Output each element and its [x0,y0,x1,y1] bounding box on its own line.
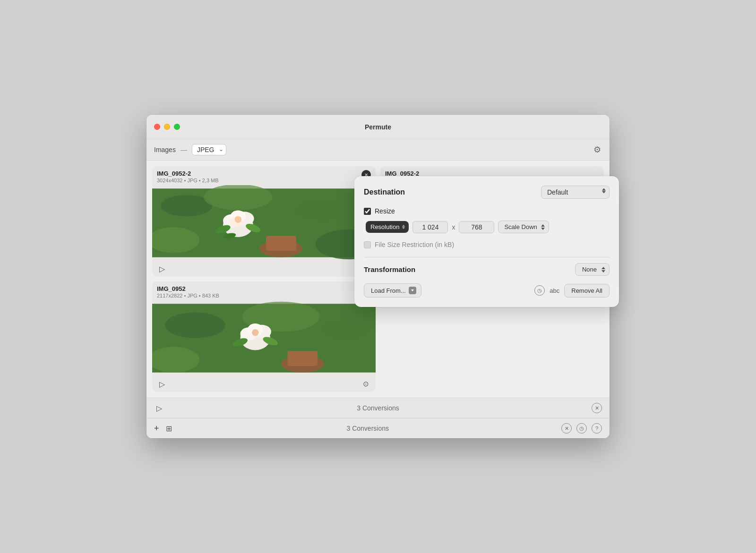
load-from-label: Load From... [371,287,406,294]
transformation-stepper-up[interactable] [601,267,605,269]
transformation-label: Transformation [364,265,415,273]
middle-conversions-label: 3 Conversions [357,404,399,412]
card-1-meta: 3024x4032 • JPG • 2,3 MB [157,178,219,183]
card-3-footer: ⊙ [152,376,376,392]
abc-label: abc [550,287,559,294]
footer-conversions-label: 3 Conversions [347,425,389,432]
file-size-label: File Size Restriction (in kB) [375,241,454,248]
resize-checkbox[interactable] [364,208,371,215]
svg-point-3 [204,185,273,210]
svg-point-33 [165,312,225,338]
destination-select-wrapper[interactable]: Default Choose Folder... [541,186,610,199]
footer-clock-button[interactable]: ◷ [576,423,587,434]
svg-point-4 [294,198,354,222]
card-1-info: IMG_0952-2 3024x4032 • JPG • 2,3 MB [157,170,219,183]
file-size-row: File Size Restriction (in kB) [364,241,610,248]
svg-point-35 [320,319,371,340]
panel-footer: Load From... ◷ abc Remove All [364,283,610,298]
svg-rect-38 [288,351,318,366]
card-1-footer: ⊙ [152,261,376,277]
middle-play-button[interactable] [154,403,164,413]
toolbar: Images — JPEG PNG TIFF HEIC ⚙ [146,139,610,161]
close-button[interactable] [154,124,160,130]
svg-point-43 [252,329,259,336]
x-separator: x [452,223,455,231]
resize-section: Resize Resolution 1 024 x 768 [364,207,610,233]
footer-center: 3 Conversions [174,425,561,432]
panel-footer-right: ◷ abc Remove All [534,284,610,298]
card-3-header: IMG_0952 2117x2822 • JPG • 843 KB [152,281,376,300]
middle-bar: 3 Conversions ✕ [146,398,610,418]
scale-stepper-up[interactable] [541,224,545,227]
scale-select-control[interactable]: Scale Down [498,221,549,233]
maximize-button[interactable] [174,124,180,130]
svg-point-14 [235,216,242,223]
load-from-button[interactable]: Load From... [364,283,421,298]
load-from-chevron-icon [409,287,416,294]
settings-panel: Destination Default Choose Folder... Res… [354,176,619,307]
history-clock-icon[interactable]: ◷ [534,285,545,296]
card-3-play-button[interactable] [157,379,167,389]
panel-title: Destination [364,188,405,196]
resolution-label: Resolution [370,223,399,230]
footer-right: ✕ ◷ ? [561,423,602,434]
title-bar: Permute [146,115,610,139]
card-1-header: IMG_0952-2 3024x4032 • JPG • 2,3 MB [152,166,376,185]
card-3-info: IMG_0952 2117x2822 • JPG • 843 KB [157,285,219,298]
images-label: Images [154,146,176,153]
height-input[interactable]: 768 [459,221,494,233]
transformation-stepper[interactable] [601,267,605,272]
window-title: Permute [365,123,391,131]
footer-left: + ⊞ [154,423,174,434]
main-footer: + ⊞ 3 Conversions ✕ ◷ ? [146,418,610,438]
resize-controls: Resolution 1 024 x 768 Scale Down [366,221,610,233]
settings-gear-icon[interactable]: ⚙ [593,145,602,154]
image-card-1: IMG_0952-2 3024x4032 • JPG • 2,3 MB [152,166,376,277]
format-select[interactable]: JPEG PNG TIFF HEIC [192,144,226,155]
file-size-checkbox-disabled [364,241,371,248]
resize-label: Resize [375,207,395,215]
transformation-select-control[interactable]: None [575,263,610,276]
middle-cancel-button[interactable]: ✕ [592,403,602,413]
remove-all-button[interactable]: Remove All [564,284,610,298]
divider [364,257,610,257]
transformation-stepper-down[interactable] [601,270,605,272]
minimize-button[interactable] [164,124,170,130]
add-button[interactable]: + [154,424,159,433]
svg-marker-46 [411,289,414,291]
panel-header: Destination Default Choose Folder... [364,186,610,199]
resolution-stepper[interactable] [402,225,405,229]
card-3-settings-button[interactable]: ⊙ [361,379,371,389]
card-1-title: IMG_0952-2 [157,170,219,177]
footer-cancel-button[interactable]: ✕ [561,423,572,434]
footer-help-button[interactable]: ? [592,423,602,434]
toolbar-dash: — [180,146,187,153]
resize-checkbox-row: Resize [364,207,610,215]
transformation-section: Transformation None [364,263,610,276]
transformation-row: Transformation None [364,263,610,276]
transformation-value: None [582,266,597,273]
traffic-lights [154,124,180,130]
card-3-image [152,300,376,376]
resolution-stepper-up[interactable] [402,225,405,227]
format-select-wrapper[interactable]: JPEG PNG TIFF HEIC [192,144,226,155]
destination-select[interactable]: Default Choose Folder... [541,186,610,199]
resolution-select-control[interactable]: Resolution [366,221,409,233]
image-card-3: IMG_0952 2117x2822 • JPG • 843 KB [152,281,376,392]
card-3-meta: 2117x2822 • JPG • 843 KB [157,293,219,298]
grid-view-button[interactable]: ⊞ [164,423,174,434]
svg-rect-8 [266,236,296,251]
resolution-stepper-down[interactable] [402,227,405,229]
card-1-play-button[interactable] [157,264,167,274]
width-input[interactable]: 1 024 [412,221,448,233]
card-3-title: IMG_0952 [157,285,219,292]
scale-stepper[interactable] [541,224,545,230]
scale-stepper-down[interactable] [541,228,545,230]
scale-label: Scale Down [504,223,537,230]
card-1-image [152,185,376,261]
